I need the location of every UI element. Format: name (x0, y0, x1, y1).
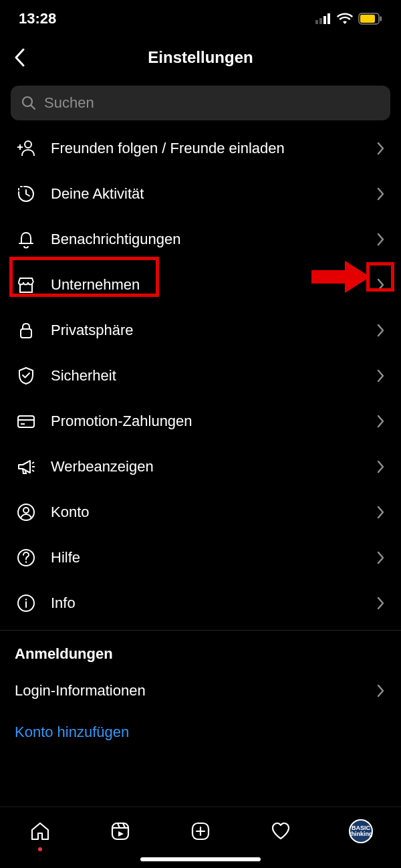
chevron-left-icon (13, 47, 25, 68)
notification-dot (38, 847, 42, 851)
settings-item-activity[interactable]: Deine Aktivität (0, 171, 401, 217)
svg-rect-5 (360, 15, 375, 23)
reels-icon (109, 820, 132, 843)
svg-line-16 (32, 462, 34, 463)
chevron-right-icon (376, 506, 384, 519)
settings-item-label: Benachrichtigungen (51, 231, 361, 248)
login-info-label: Login-Informationen (15, 682, 146, 699)
settings-item-ads[interactable]: Werbeanzeigen (0, 444, 401, 490)
shield-check-icon (15, 365, 37, 387)
status-time: 13:28 (19, 10, 56, 27)
back-button[interactable] (13, 47, 25, 68)
chevron-right-icon (376, 684, 384, 697)
chevron-right-icon (376, 415, 384, 428)
chevron-right-icon (376, 324, 384, 337)
svg-rect-12 (21, 329, 31, 338)
search-input[interactable]: Suchen (11, 86, 390, 120)
heart-icon (269, 820, 292, 843)
account-icon (15, 502, 37, 523)
profile-avatar: BASIC thinking (349, 819, 373, 843)
chevron-right-icon (376, 596, 384, 610)
lock-icon (15, 320, 37, 341)
settings-item-label: Werbeanzeigen (51, 458, 361, 475)
tab-reels[interactable] (106, 817, 135, 846)
megaphone-icon (15, 456, 37, 477)
status-bar: 13:28 (0, 0, 401, 37)
chevron-right-icon (376, 278, 384, 292)
chevron-right-icon (376, 233, 384, 246)
settings-item-follow-invite[interactable]: Freunden folgen / Freunde einladen (0, 126, 401, 171)
settings-item-label: Hilfe (51, 549, 361, 566)
bell-icon (15, 229, 37, 250)
page-title: Einstellungen (148, 48, 253, 67)
tab-home[interactable] (25, 817, 55, 846)
settings-item-label: Info (51, 594, 361, 612)
status-indicators (315, 13, 382, 25)
storefront-icon (15, 274, 37, 296)
svg-point-20 (23, 508, 29, 513)
svg-rect-6 (380, 17, 382, 21)
activity-icon (15, 183, 37, 205)
settings-item-label: Sicherheit (51, 367, 361, 385)
settings-item-privacy[interactable]: Privatsphäre (0, 308, 401, 353)
settings-item-notifications[interactable]: Benachrichtigungen (0, 217, 401, 262)
svg-point-24 (25, 599, 27, 600)
svg-rect-26 (112, 823, 128, 839)
battery-icon (358, 13, 382, 25)
settings-item-security[interactable]: Sicherheit (0, 353, 401, 399)
chevron-right-icon (376, 551, 384, 564)
chevron-right-icon (376, 142, 384, 155)
cellular-icon (315, 13, 331, 24)
home-icon (29, 820, 51, 843)
help-icon (15, 547, 37, 568)
search-placeholder: Suchen (44, 94, 94, 112)
settings-item-label: Privatsphäre (51, 322, 361, 339)
tab-activity[interactable] (266, 817, 295, 846)
search-icon (21, 96, 36, 110)
info-icon (15, 592, 37, 614)
wifi-icon (337, 13, 353, 25)
svg-rect-3 (327, 13, 330, 24)
add-account-row[interactable]: Konto hinzufügen (0, 712, 401, 752)
tab-profile[interactable]: BASIC thinking (346, 817, 376, 846)
settings-item-help[interactable]: Hilfe (0, 535, 401, 580)
settings-item-label: Freunden folgen / Freunde einladen (51, 140, 361, 157)
bottom-tabbar: BASIC thinking (0, 806, 401, 868)
svg-rect-1 (319, 18, 322, 24)
home-indicator (140, 857, 261, 861)
add-account-label: Konto hinzufügen (15, 724, 129, 741)
settings-item-label: Unternehmen (51, 276, 361, 294)
chevron-right-icon (376, 460, 384, 473)
settings-item-label: Promotion-Zahlungen (51, 413, 361, 430)
chevron-right-icon (376, 369, 384, 383)
search-container: Suchen (0, 78, 401, 126)
add-person-icon (15, 138, 37, 159)
svg-rect-0 (315, 20, 318, 24)
logins-heading: Anmeldungen (0, 631, 401, 669)
credit-card-icon (15, 411, 37, 432)
tab-create[interactable] (186, 817, 215, 846)
settings-item-about[interactable]: Info (0, 580, 401, 626)
settings-list: Freunden folgen / Freunde einladen Deine… (0, 126, 401, 752)
settings-item-label: Konto (51, 504, 361, 521)
svg-line-18 (32, 470, 34, 471)
settings-item-business[interactable]: Unternehmen (0, 262, 401, 308)
svg-rect-2 (323, 16, 326, 24)
svg-line-8 (31, 106, 35, 110)
plus-square-icon (189, 820, 212, 843)
header: Einstellungen (0, 37, 401, 78)
settings-item-label: Deine Aktivität (51, 185, 361, 203)
svg-point-9 (25, 141, 31, 148)
login-info-row[interactable]: Login-Informationen (0, 669, 401, 712)
settings-item-account[interactable]: Konto (0, 490, 401, 535)
chevron-right-icon (376, 187, 384, 201)
avatar-text: BASIC thinking (350, 825, 373, 837)
svg-rect-13 (18, 416, 34, 427)
svg-point-22 (25, 561, 27, 562)
settings-item-promotion-payments[interactable]: Promotion-Zahlungen (0, 399, 401, 444)
